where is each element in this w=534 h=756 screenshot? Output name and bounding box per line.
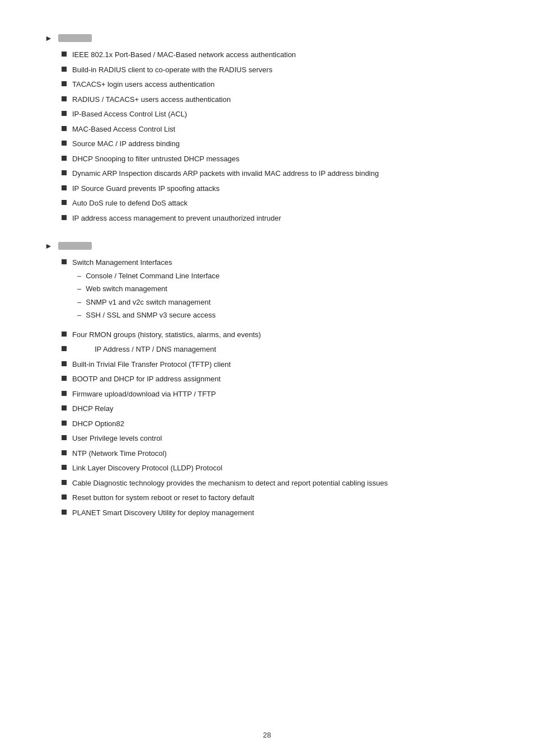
list-item-text: DHCP Snooping to filter untrusted DHCP m… [72, 153, 240, 165]
sub-list-item: – SNMP v1 and v2c switch management [77, 297, 219, 308]
bullet-icon [62, 405, 67, 410]
list-item: DHCP Option82 [62, 418, 489, 430]
list-item: DHCP Relay [62, 403, 489, 414]
list-item: Built-in Trivial File Transfer Protocol … [62, 359, 489, 370]
sub-list-item-text: SSH / SSL and SNMP v3 secure access [86, 310, 216, 321]
dash-icon: – [77, 297, 81, 308]
sub-list-item-text: Console / Telnet Command Line Interface [86, 270, 219, 282]
list-item: RADIUS / TACACS+ users access authentica… [62, 94, 489, 105]
sub-list-item: – SSH / SSL and SNMP v3 secure access [77, 310, 219, 321]
list-item: Firmware upload/download via HTTP / TFTP [62, 389, 489, 400]
bullet-icon [62, 200, 67, 205]
list-item: Dynamic ARP Inspection discards ARP pack… [62, 168, 489, 179]
list-item-text: IP Source Guard prevents IP spoofing att… [72, 183, 219, 194]
list-item-text: Dynamic ARP Inspection discards ARP pack… [72, 168, 379, 179]
sub-list-item-text: SNMP v1 and v2c switch management [86, 297, 210, 308]
list-item: TACACS+ login users access authenticatio… [62, 79, 489, 90]
bullet-icon [62, 126, 67, 131]
list-item: IP Source Guard prevents IP spoofing att… [62, 183, 489, 194]
list-item-text: Link Layer Discovery Protocol (LLDP) Pro… [72, 463, 222, 474]
section-security-header: ► [45, 34, 489, 43]
bullet-icon [62, 81, 67, 86]
list-item-text: Four RMON groups (history, statistics, a… [72, 329, 261, 340]
list-item: Reset button for system reboot or reset … [62, 492, 489, 503]
list-item: DHCP Snooping to filter untrusted DHCP m… [62, 153, 489, 165]
bullet-icon [62, 510, 67, 515]
list-item-text: IP Address / NTP / DNS management [95, 344, 216, 355]
sub-list-item: – Console / Telnet Command Line Interfac… [77, 270, 219, 282]
dash-icon: – [77, 283, 81, 295]
page: ► IEEE 802.1x Port-Based / MAC-Based net… [0, 0, 534, 756]
bullet-icon [62, 67, 67, 72]
list-item-text: Switch Management Interfaces [72, 257, 172, 268]
section-management-header: ► [45, 241, 489, 250]
bullet-icon [62, 96, 67, 101]
list-item: Cable Diagnostic technology provides the… [62, 478, 489, 489]
bullet-icon [62, 215, 67, 220]
sub-list-item: – Web switch management [77, 283, 219, 295]
list-item: IP-Based Access Control List (ACL) [62, 109, 489, 120]
section-security: ► IEEE 802.1x Port-Based / MAC-Based net… [45, 34, 489, 223]
list-item-text: User Privilege levels control [72, 433, 162, 444]
bullet-icon [62, 170, 67, 175]
list-item: MAC-Based Access Control List [62, 124, 489, 135]
list-item: NTP (Network Time Protocol) [62, 448, 489, 459]
bullet-icon [62, 156, 67, 161]
list-item-text: RADIUS / TACACS+ users access authentica… [72, 94, 231, 105]
list-item-text: DHCP Relay [72, 403, 113, 414]
bullet-icon [62, 421, 67, 426]
list-item-text: DHCP Option82 [72, 418, 124, 430]
bullet-icon [62, 480, 67, 485]
security-list: IEEE 802.1x Port-Based / MAC-Based netwo… [62, 49, 489, 223]
management-list: Switch Management Interfaces – Console /… [62, 257, 489, 518]
list-item-text: Auto DoS rule to defend DoS attack [72, 198, 188, 209]
bullet-icon [62, 494, 67, 500]
bullet-icon [62, 435, 67, 440]
list-item: IP Address / NTP / DNS management [62, 344, 489, 355]
bullet-icon [62, 52, 67, 57]
page-number: 28 [263, 731, 271, 739]
bullet-icon [62, 111, 67, 116]
list-item: Link Layer Discovery Protocol (LLDP) Pro… [62, 463, 489, 474]
bullet-icon [62, 376, 67, 381]
list-item-text: Built-in Trivial File Transfer Protocol … [72, 359, 231, 370]
bullet-icon [62, 332, 67, 337]
bullet-icon [62, 450, 67, 455]
list-item: PLANET Smart Discovery Utility for deplo… [62, 507, 489, 519]
list-item: User Privilege levels control [62, 433, 489, 444]
arrow-icon: ► [45, 34, 53, 43]
bullet-icon [62, 361, 67, 366]
list-item: Build-in RADIUS client to co-operate wit… [62, 64, 489, 76]
list-item-text: PLANET Smart Discovery Utility for deplo… [72, 507, 254, 519]
dash-icon: – [77, 270, 81, 282]
list-item: IEEE 802.1x Port-Based / MAC-Based netwo… [62, 49, 489, 60]
bullet-icon [62, 259, 67, 264]
arrow-icon: ► [45, 241, 53, 250]
list-item-text: MAC-Based Access Control List [72, 124, 175, 135]
list-item: Switch Management Interfaces – Console /… [62, 257, 489, 325]
list-item-text: IP address access management to prevent … [72, 213, 281, 224]
bullet-icon [62, 346, 67, 351]
bullet-icon [62, 141, 67, 146]
list-item-text: Build-in RADIUS client to co-operate wit… [72, 64, 273, 76]
bullet-icon [62, 391, 67, 396]
bullet-icon [62, 465, 67, 470]
list-item: IP address access management to prevent … [62, 213, 489, 224]
section-management-bar [58, 242, 92, 250]
list-item: BOOTP and DHCP for IP address assignment [62, 374, 489, 385]
sub-list-item-text: Web switch management [86, 283, 167, 295]
list-item-text: Firmware upload/download via HTTP / TFTP [72, 389, 216, 400]
dash-icon: – [77, 310, 81, 321]
list-item-text: TACACS+ login users access authenticatio… [72, 79, 214, 90]
bullet-icon [62, 185, 67, 190]
list-item: Source MAC / IP address binding [62, 138, 489, 150]
list-item-text: BOOTP and DHCP for IP address assignment [72, 374, 221, 385]
list-item-text: IEEE 802.1x Port-Based / MAC-Based netwo… [72, 49, 296, 60]
list-item: Auto DoS rule to defend DoS attack [62, 198, 489, 209]
list-item-text: Cable Diagnostic technology provides the… [72, 478, 388, 489]
list-item-text: IP-Based Access Control List (ACL) [72, 109, 187, 120]
list-item-text: Reset button for system reboot or reset … [72, 492, 254, 503]
sub-list: – Console / Telnet Command Line Interfac… [77, 270, 219, 323]
list-item-text: Source MAC / IP address binding [72, 138, 180, 150]
section-management: ► Switch Management Interfaces – Console… [45, 241, 489, 518]
